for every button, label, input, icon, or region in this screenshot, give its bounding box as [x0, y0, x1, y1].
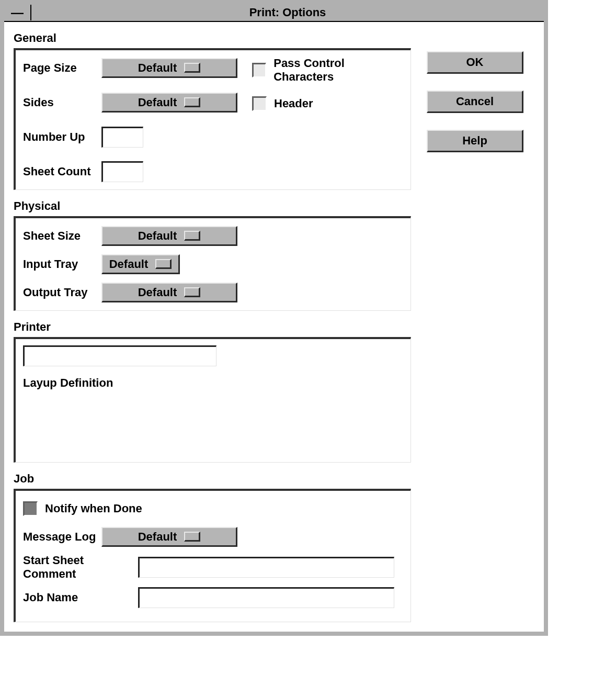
titlebar: — Print: Options	[4, 4, 544, 22]
general-group: Page Size Default Sides Default	[14, 48, 411, 190]
main-panel: General Page Size Default	[14, 29, 411, 622]
checkbox-icon	[252, 63, 266, 77]
system-menu-button[interactable]: —	[4, 5, 31, 20]
page-size-label: Page Size	[23, 61, 101, 75]
ok-button[interactable]: OK	[427, 51, 523, 74]
general-title: General	[14, 31, 411, 45]
help-button-label: Help	[462, 134, 487, 148]
number-up-label: Number Up	[23, 130, 101, 144]
input-tray-label: Input Tray	[23, 257, 101, 271]
header-label: Header	[274, 97, 313, 110]
layup-definition-input[interactable]	[23, 345, 216, 366]
page-size-dropdown[interactable]: Default	[101, 58, 237, 78]
physical-group: Sheet Size Default Input Tray Default	[14, 216, 411, 311]
input-tray-dropdown[interactable]: Default	[101, 254, 180, 274]
sheet-count-label: Sheet Count	[23, 165, 101, 178]
message-log-value: Default	[138, 530, 177, 544]
start-sheet-comment-input[interactable]	[138, 557, 394, 578]
physical-section: Physical Sheet Size Default Input Tray D…	[14, 197, 411, 311]
sysmenu-icon: —	[11, 5, 24, 20]
dropdown-icon	[184, 231, 200, 241]
job-name-label: Job Name	[23, 591, 138, 604]
output-tray-value: Default	[138, 286, 177, 299]
cancel-button-label: Cancel	[456, 95, 494, 108]
general-section: General Page Size Default	[14, 29, 411, 190]
checkbox-icon	[252, 96, 267, 111]
dropdown-icon	[184, 532, 200, 542]
printer-group: Layup Definition	[14, 337, 411, 463]
printer-section: Printer Layup Definition	[14, 318, 411, 463]
dropdown-icon	[155, 259, 172, 269]
cancel-button[interactable]: Cancel	[427, 91, 523, 113]
print-options-window: — Print: Options General Page Size Defau…	[0, 0, 548, 636]
page-size-value: Default	[138, 61, 177, 75]
message-log-dropdown[interactable]: Default	[101, 527, 237, 547]
message-log-label: Message Log	[23, 530, 101, 544]
notify-when-done-checkbox[interactable]: Notify when Done	[23, 501, 142, 516]
sheet-count-input[interactable]	[101, 161, 143, 182]
ok-button-label: OK	[466, 55, 484, 69]
number-up-input[interactable]	[101, 127, 143, 148]
start-sheet-comment-label: Start Sheet Comment	[23, 554, 138, 581]
printer-title: Printer	[14, 320, 411, 334]
output-tray-dropdown[interactable]: Default	[101, 283, 237, 302]
layup-definition-label: Layup Definition	[23, 376, 113, 390]
sheet-size-label: Sheet Size	[23, 229, 101, 243]
checkbox-icon	[23, 501, 38, 516]
sides-value: Default	[138, 96, 177, 109]
physical-title: Physical	[14, 199, 411, 213]
help-button[interactable]: Help	[427, 130, 523, 152]
sheet-size-dropdown[interactable]: Default	[101, 226, 237, 246]
dropdown-icon	[184, 97, 200, 107]
side-buttons: OK Cancel Help	[427, 29, 526, 622]
content-area: General Page Size Default	[4, 22, 544, 632]
window-title: Print: Options	[31, 6, 544, 19]
notify-when-done-label: Notify when Done	[45, 502, 142, 515]
dropdown-icon	[184, 287, 200, 297]
dropdown-icon	[184, 63, 200, 73]
input-tray-value: Default	[109, 257, 149, 271]
sides-dropdown[interactable]: Default	[101, 93, 237, 113]
pass-control-characters-checkbox[interactable]: Pass Control Characters	[252, 57, 403, 84]
output-tray-label: Output Tray	[23, 286, 101, 299]
sheet-size-value: Default	[138, 229, 177, 243]
header-checkbox[interactable]: Header	[252, 96, 403, 111]
job-name-input[interactable]	[138, 587, 394, 608]
sides-label: Sides	[23, 96, 101, 109]
job-group: Notify when Done Message Log Default Sta…	[14, 489, 411, 622]
job-title: Job	[14, 472, 411, 486]
pass-control-characters-label: Pass Control Characters	[273, 57, 403, 84]
job-section: Job Notify when Done Message Log Default	[14, 470, 411, 622]
